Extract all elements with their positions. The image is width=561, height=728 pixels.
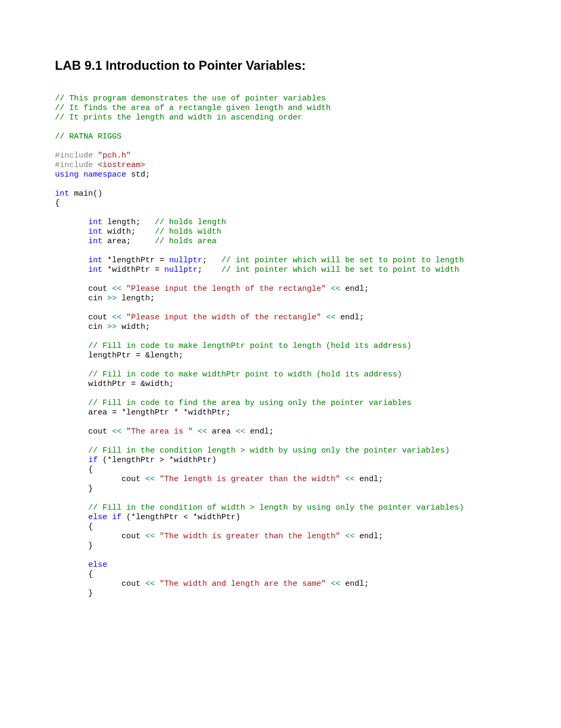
code-text: cout [121,475,145,484]
code-operator: << [345,532,354,541]
code-operator: << [345,475,354,484]
code-string: "Please input the length of the rectangl… [121,284,331,293]
code-brace: { [88,465,93,474]
code-include-file: "pch.h" [98,151,131,160]
code-comment: // It prints the length and width in asc… [55,113,302,122]
code-text: endl; [245,427,274,436]
code-operator: >> [107,294,117,303]
code-keyword: else [88,560,107,569]
code-preproc: #include [55,161,93,170]
code-text: length; [117,294,155,303]
code-type: int [88,265,102,274]
code-text: cout [121,579,145,588]
code-text: (*lengthPtr > *widthPtr) [98,456,217,465]
code-text: width; [102,227,155,236]
code-text: width; [117,322,150,331]
code-text: area [207,427,236,436]
code-operator: << [145,475,155,484]
code-comment: // int pointer which will be set to poin… [221,265,459,274]
code-operator: << [331,284,340,293]
code-text [207,256,221,265]
page-title: LAB 9.1 Introduction to Pointer Variable… [55,58,506,73]
code-text: (*lengthPtr < *widthPtr) [121,513,240,522]
code-text: endl; [335,313,364,322]
code-operator: << [236,427,245,436]
code-text: cin [88,294,107,303]
code-comment: // RATNA RIGGS [55,132,121,141]
code-text: area; [102,237,155,246]
code-operator: << [326,313,335,322]
code-string: "The width is greater than the length" [155,532,345,541]
code-type: int [88,218,102,227]
code-text: area = *lengthPtr * *widthPtr; [88,408,231,417]
code-comment: // Fill in code to find the area by usin… [88,399,412,408]
code-operator: << [331,579,340,588]
code-operator: << [145,579,155,588]
code-type: int [55,189,69,198]
code-string: "Please input the width of the rectangle… [121,313,326,322]
code-text: ; [202,256,207,265]
code-operator: << [198,427,207,436]
code-brace: { [88,522,93,531]
code-text: std; [126,170,150,179]
code-text [202,265,221,274]
code-text: endl; [354,532,383,541]
code-text: lengthPtr = &length; [88,351,183,360]
code-include-file: <iostream> [98,161,145,170]
code-type: int [88,237,102,246]
code-comment: // holds length [155,218,226,227]
code-operator: << [112,427,121,436]
code-keyword: using [55,170,79,179]
code-text: cout [121,532,145,541]
code-brace: { [88,570,93,579]
code-keyword: if [112,513,121,522]
code-text: ; [198,265,202,274]
code-text: cout [88,313,112,322]
code-keyword: namespace [83,170,126,179]
code-brace: } [88,589,93,598]
code-brace: { [55,199,60,208]
code-text: endl; [354,475,383,484]
code-string: "The length is greater than the width" [155,475,345,484]
code-operator: >> [107,322,117,331]
code-text: cin [88,322,107,331]
code-brace: } [88,541,93,550]
code-text: endl; [340,284,369,293]
code-comment: // Fill in code to make widthPtr point t… [88,370,402,379]
code-nullptr: nullptr [169,256,202,265]
code-comment: // Fill in code to make lengthPtr point … [88,342,412,351]
code-text: cout [88,284,112,293]
code-text: widthPtr = &width; [88,380,174,389]
code-comment: // holds width [155,227,221,236]
code-text: *lengthPtr = [102,256,169,265]
code-text: length; [102,218,155,227]
code-text: *widthPtr = [102,265,164,274]
code-preproc: #include [55,151,93,160]
code-nullptr: nullptr [164,265,198,274]
code-text: main() [69,189,102,198]
code-text: endl; [340,579,369,588]
code-operator: << [145,532,155,541]
code-comment: // This program demonstrates the use of … [55,94,326,103]
code-brace: } [88,484,93,493]
code-keyword: else [88,513,107,522]
code-keyword: if [88,456,98,465]
code-type: int [88,256,102,265]
code-operator: << [112,284,121,293]
code-comment: // holds area [155,237,217,246]
code-type: int [88,227,102,236]
code-comment: // Fill in the condition length > width … [88,446,450,455]
code-string: "The area is " [121,427,198,436]
code-text: cout [88,427,112,436]
code-operator: << [112,313,121,322]
code-comment: // Fill in the condition of width > leng… [88,503,464,512]
code-string: "The width and length are the same" [155,579,331,588]
code-block: // This program demonstrates the use of … [55,94,506,598]
code-comment: // int pointer which will be set to poin… [221,256,464,265]
code-comment: // It finds the area of a rectangle give… [55,104,331,113]
